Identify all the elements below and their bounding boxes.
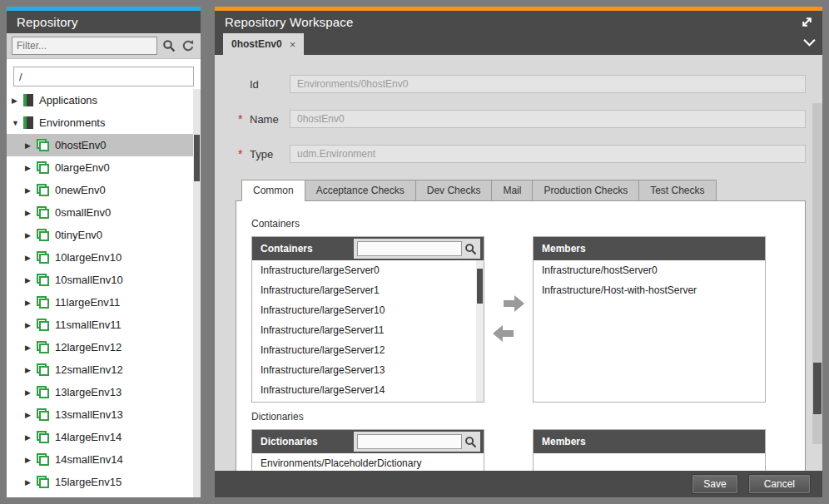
move-left-arrow[interactable] xyxy=(491,324,516,343)
list-item[interactable]: Infrastructure/largeServer14 xyxy=(252,380,484,400)
tab-production-checks[interactable]: Production Checks xyxy=(532,180,639,201)
tree-item-15largeEnv15[interactable]: ▶15largeEnv15 xyxy=(7,471,201,493)
tree-item-0largeEnv0[interactable]: ▶0largeEnv0 xyxy=(7,156,201,179)
tree-item-label: Environments xyxy=(39,116,105,129)
tree-item-11largeEnv11[interactable]: ▶11largeEnv11 xyxy=(7,291,201,314)
expand-arrow-icon[interactable]: ▶ xyxy=(25,299,37,307)
expand-arrow-icon[interactable]: ▶ xyxy=(25,456,37,464)
tree-item-13smallEnv13[interactable]: ▶13smallEnv13 xyxy=(7,403,201,426)
search-icon[interactable] xyxy=(464,243,477,255)
dictionaries-search-input[interactable] xyxy=(357,434,462,449)
dictionaries-members-list xyxy=(534,453,765,471)
tree-item-12largeEnv12[interactable]: ▶12largeEnv12 xyxy=(7,336,201,358)
environment-icon xyxy=(37,363,49,376)
tree-item-label: 10smallEnv10 xyxy=(55,274,123,286)
tree-item-Environments[interactable]: ▼Environments xyxy=(7,111,201,134)
list-item[interactable]: Infrastructure/largeServer10 xyxy=(252,300,484,320)
expand-arrow-icon[interactable]: ▶ xyxy=(25,276,37,284)
expand-arrow-icon[interactable]: ▶ xyxy=(25,254,37,262)
tab-dev-checks[interactable]: Dev Checks xyxy=(415,180,493,201)
box-header: Containers xyxy=(252,237,484,260)
expand-icon[interactable] xyxy=(800,15,814,29)
tree-item-label: Applications xyxy=(39,94,97,106)
refresh-icon[interactable] xyxy=(181,38,196,53)
list-item[interactable]: Infrastructure/hostServer0 xyxy=(534,260,765,280)
tree-item-0newEnv0[interactable]: ▶0newEnv0 xyxy=(7,179,201,201)
repository-toolbar xyxy=(7,33,201,59)
collapse-arrow-icon[interactable]: ▼ xyxy=(12,119,23,127)
tab-mail[interactable]: Mail xyxy=(491,180,533,201)
tree-item-label: 0smallEnv0 xyxy=(55,206,111,219)
expand-arrow-icon[interactable]: ▶ xyxy=(25,141,37,150)
move-right-arrow[interactable] xyxy=(501,294,526,314)
document-tab-0hostEnv0[interactable]: 0hostEnv0 × xyxy=(223,33,304,55)
list-item[interactable]: Environments/PlaceholderDictionary xyxy=(252,453,484,471)
chevron-down-icon[interactable] xyxy=(803,38,816,47)
expand-arrow-icon[interactable]: ▶ xyxy=(25,478,37,487)
path-input[interactable] xyxy=(13,67,194,86)
tree-item-14smallEnv14[interactable]: ▶14smallEnv14 xyxy=(7,448,201,471)
tree-scrollbar[interactable] xyxy=(193,89,201,497)
tree-item-14largeEnv14[interactable]: ▶14largeEnv14 xyxy=(7,426,201,448)
tree-item-10smallEnv10[interactable]: ▶10smallEnv10 xyxy=(7,269,201,291)
dictionaries-section: DictionariesDictionariesEnvironments/Pla… xyxy=(251,411,805,471)
workspace-scrollbar-thumb[interactable] xyxy=(813,363,822,414)
search-icon[interactable] xyxy=(161,38,176,53)
tree-item-label: 12smallEnv12 xyxy=(55,363,123,376)
tree-item-12smallEnv12[interactable]: ▶12smallEnv12 xyxy=(7,358,201,381)
box-header: Members xyxy=(534,430,765,453)
environment-icon xyxy=(37,319,49,331)
id-input[interactable] xyxy=(290,75,806,93)
expand-arrow-icon[interactable]: ▶ xyxy=(25,321,37,329)
expand-arrow-icon[interactable]: ▶ xyxy=(25,366,37,374)
expand-arrow-icon[interactable]: ▶ xyxy=(25,209,37,217)
expand-arrow-icon[interactable]: ▶ xyxy=(12,96,23,105)
expand-arrow-icon[interactable]: ▶ xyxy=(25,411,37,419)
list-scrollbar[interactable] xyxy=(476,260,484,402)
name-input[interactable] xyxy=(290,110,806,128)
tab-common[interactable]: Common xyxy=(241,180,305,201)
list-item[interactable]: Infrastructure/largeServer1 xyxy=(252,280,484,300)
expand-arrow-icon[interactable]: ▶ xyxy=(25,343,37,352)
footer-bar: Save Cancel xyxy=(215,471,822,497)
environment-icon xyxy=(37,161,49,174)
list-item[interactable]: Infrastructure/largeServer12 xyxy=(252,340,484,360)
expand-arrow-icon[interactable]: ▶ xyxy=(25,164,37,172)
containers-search-input[interactable] xyxy=(357,241,462,256)
expand-arrow-icon[interactable]: ▶ xyxy=(25,388,37,397)
field-row-id: Id xyxy=(238,75,806,93)
tree-scrollbar-thumb[interactable] xyxy=(194,135,200,181)
list-scrollbar-thumb[interactable] xyxy=(477,269,483,304)
filter-input[interactable] xyxy=(12,37,157,55)
close-tab-icon[interactable]: × xyxy=(290,39,296,50)
list-item[interactable]: Infrastructure/largeServer0 xyxy=(252,260,484,280)
box-search xyxy=(354,239,480,259)
save-button[interactable]: Save xyxy=(692,474,737,494)
tree-item-10largeEnv10[interactable]: ▶10largeEnv10 xyxy=(7,246,201,269)
environment-icon xyxy=(37,386,49,398)
type-input[interactable] xyxy=(290,145,806,163)
search-icon[interactable] xyxy=(464,436,477,448)
tree-item-13largeEnv13[interactable]: ▶13largeEnv13 xyxy=(7,381,201,403)
tab-acceptance-checks[interactable]: Acceptance Checks xyxy=(305,180,416,201)
environment-icon xyxy=(37,431,49,443)
tree-item-Applications[interactable]: ▶Applications xyxy=(7,89,201,111)
tree-item-11smallEnv11[interactable]: ▶11smallEnv11 xyxy=(7,314,201,336)
tree-item-label: 13largeEnv13 xyxy=(55,386,122,398)
expand-arrow-icon[interactable]: ▶ xyxy=(25,433,37,442)
transfer-arrows xyxy=(484,236,533,401)
list-item[interactable]: Infrastructure/Host-with-hostServer xyxy=(534,280,765,300)
required-marker: * xyxy=(238,112,250,126)
tree-item-label: 0tinyEnv0 xyxy=(55,229,102,241)
cancel-button[interactable]: Cancel xyxy=(748,474,811,494)
expand-arrow-icon[interactable]: ▶ xyxy=(25,231,37,240)
tree-item-0hostEnv0[interactable]: ▶0hostEnv0 xyxy=(7,134,201,156)
list-item[interactable]: Infrastructure/largeServer13 xyxy=(252,360,484,380)
workspace-scrollbar[interactable] xyxy=(812,103,822,444)
tree-item-0smallEnv0[interactable]: ▶0smallEnv0 xyxy=(7,201,201,224)
list-item[interactable]: Infrastructure/largeServer11 xyxy=(252,320,484,340)
tree-item-label: 13smallEnv13 xyxy=(55,408,123,421)
tab-test-checks[interactable]: Test Checks xyxy=(638,180,716,201)
expand-arrow-icon[interactable]: ▶ xyxy=(25,186,37,195)
tree-item-0tinyEnv0[interactable]: ▶0tinyEnv0 xyxy=(7,224,201,246)
